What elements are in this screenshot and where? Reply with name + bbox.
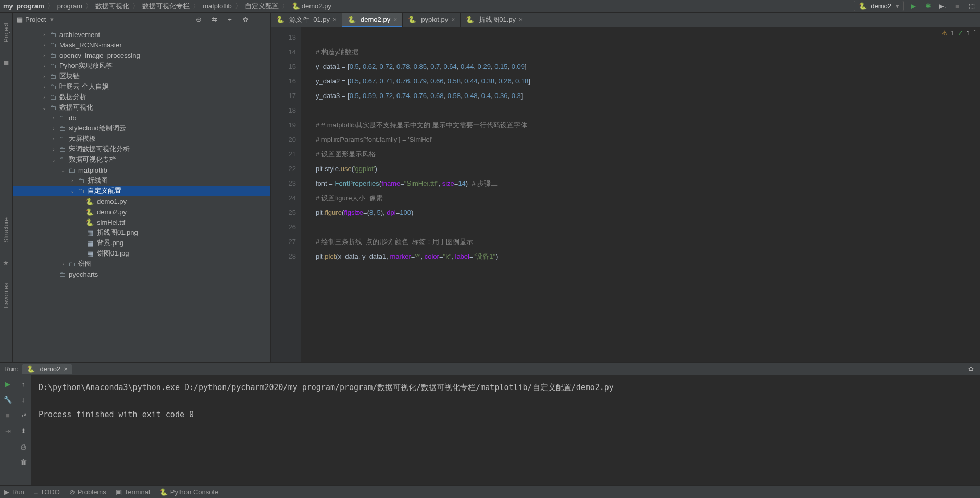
python-icon: 🐍 bbox=[27, 365, 35, 373]
close-icon[interactable]: × bbox=[451, 16, 455, 23]
tree-arrow-icon[interactable]: › bbox=[50, 126, 57, 131]
run-bottom-tab[interactable]: ▶Run bbox=[4, 488, 24, 496]
tree-item[interactable]: ⌄🗀matplotlib bbox=[13, 165, 270, 175]
trash-icon[interactable]: 🗑 bbox=[18, 457, 29, 467]
tree-arrow-icon[interactable]: › bbox=[41, 53, 48, 58]
up-arrow-icon[interactable]: ↑ bbox=[18, 379, 29, 389]
tree-item[interactable]: 🐍demo2.py bbox=[13, 207, 270, 217]
favorites-tool-tab[interactable]: Favorites bbox=[3, 283, 10, 308]
tree-item[interactable]: 🐍simHei.ttf bbox=[13, 217, 270, 227]
structure-icon[interactable]: ≣ bbox=[3, 58, 9, 66]
tree-item[interactable]: ⌄🗀自定义配置 bbox=[13, 186, 270, 196]
tree-item[interactable]: 🗀pyecharts bbox=[13, 269, 270, 280]
print-icon[interactable]: ⎙ bbox=[18, 441, 29, 452]
gear-icon[interactable]: ✿ bbox=[965, 364, 976, 374]
editor-tab[interactable]: 🐍pyplot.py× bbox=[403, 13, 461, 27]
tree-arrow-icon[interactable]: ⌄ bbox=[41, 105, 48, 111]
gear-icon[interactable]: ✿ bbox=[240, 15, 251, 25]
hide-icon[interactable]: — bbox=[256, 15, 266, 25]
tree-arrow-icon[interactable]: ⌄ bbox=[50, 157, 57, 163]
problems-bottom-tab[interactable]: ⊘Problems bbox=[69, 488, 106, 496]
tree-item[interactable]: ›🗀db bbox=[13, 113, 270, 123]
close-icon[interactable]: × bbox=[333, 16, 337, 23]
todo-bottom-tab[interactable]: ≡TODO bbox=[34, 488, 60, 496]
tree-item[interactable]: ⌄🗀数据可视化专栏 bbox=[13, 154, 270, 165]
editor-tab[interactable]: 🐍demo2.py× bbox=[342, 13, 403, 27]
terminal-bottom-tab[interactable]: ▣Terminal bbox=[116, 488, 150, 496]
tree-arrow-icon[interactable]: › bbox=[41, 94, 48, 100]
tree-arrow-icon[interactable]: › bbox=[50, 147, 57, 152]
tree-item[interactable]: ▦饼图01.jpg bbox=[13, 248, 270, 259]
tree-item[interactable]: ›🗀Pyhon实现放风筝 bbox=[13, 60, 270, 71]
chevron-down-icon[interactable] bbox=[48, 16, 54, 23]
favorites-icon[interactable]: ★ bbox=[3, 259, 9, 267]
tree-item[interactable]: ›🗀大屏模板 bbox=[13, 133, 270, 144]
structure-tool-tab[interactable]: Structure bbox=[3, 217, 10, 243]
tree-item[interactable]: ⌄🗀数据可视化 bbox=[13, 102, 270, 113]
tree-arrow-icon[interactable]: › bbox=[59, 261, 67, 267]
search-everywhere-button[interactable]: ⬚ bbox=[966, 1, 977, 11]
editor-tab[interactable]: 🐍折线图01.py× bbox=[461, 13, 528, 27]
tree-arrow-icon[interactable]: › bbox=[41, 42, 48, 48]
tree-arrow-icon[interactable]: › bbox=[41, 63, 48, 69]
tree-item[interactable]: ▦背景.png bbox=[13, 238, 270, 248]
tree-item[interactable]: ›🗀折线图 bbox=[13, 175, 270, 186]
tree-arrow-icon[interactable]: › bbox=[41, 84, 48, 90]
expand-icon[interactable]: ⇆ bbox=[209, 15, 219, 25]
tree-item[interactable]: ›🗀宋词数据可视化分析 bbox=[13, 144, 270, 154]
editor-tab[interactable]: 🐍源文件_01.py× bbox=[271, 13, 342, 27]
tree-arrow-icon[interactable]: ⌄ bbox=[69, 188, 76, 194]
project-tool-tab[interactable]: Project bbox=[3, 23, 10, 42]
close-icon[interactable]: × bbox=[519, 16, 523, 23]
down-arrow-icon[interactable]: ↓ bbox=[18, 394, 29, 405]
breadcrumb-item[interactable]: program bbox=[57, 2, 82, 10]
run-button[interactable]: ▶ bbox=[908, 1, 919, 11]
project-tree[interactable]: ›🗀archievement›🗀Mask_RCNN-master›🗀opencv… bbox=[13, 27, 270, 362]
tree-arrow-icon[interactable]: › bbox=[50, 136, 57, 142]
scroll-icon[interactable]: ⇟ bbox=[18, 426, 29, 436]
run-config-selector[interactable]: 🐍 demo2 bbox=[854, 1, 904, 11]
stop-button[interactable]: ■ bbox=[3, 410, 13, 420]
tree-arrow-icon[interactable]: › bbox=[41, 74, 48, 79]
tree-item[interactable]: ›🗀opencv_image_processing bbox=[13, 50, 270, 60]
stop-button[interactable]: ■ bbox=[952, 1, 962, 11]
tree-arrow-icon[interactable]: › bbox=[41, 32, 48, 38]
tree-arrow-icon[interactable]: › bbox=[69, 178, 76, 184]
folder-icon: 🗀 bbox=[76, 187, 85, 195]
breadcrumb-item[interactable]: my_program bbox=[3, 2, 44, 10]
soft-wrap-icon[interactable]: ⤶ bbox=[18, 410, 29, 420]
tree-item[interactable]: ›🗀叶庭云 个人自娱 bbox=[13, 81, 270, 92]
collapse-icon[interactable]: ÷ bbox=[225, 15, 235, 25]
attach-button[interactable]: ▶. bbox=[937, 1, 948, 11]
tree-item[interactable]: ›🗀饼图 bbox=[13, 259, 270, 269]
tree-item[interactable]: 🐍demo1.py bbox=[13, 196, 270, 207]
run-output[interactable]: D:\python\Anaconda3\python.exe D:/python… bbox=[31, 375, 980, 485]
tree-arrow-icon[interactable]: ⌄ bbox=[59, 167, 67, 173]
breadcrumb-item[interactable]: 数据可视化专栏 bbox=[142, 2, 190, 11]
code-editor[interactable]: 13141516171819202122232425262728 # 构造y轴数… bbox=[271, 27, 980, 362]
debug-button[interactable]: ✱ bbox=[923, 1, 933, 11]
python-console-bottom-tab[interactable]: 🐍Python Console bbox=[159, 488, 218, 496]
tree-arrow-icon[interactable]: › bbox=[50, 115, 57, 121]
exit-icon[interactable]: ⇥ bbox=[3, 426, 13, 436]
close-icon[interactable]: × bbox=[393, 16, 397, 23]
breadcrumb-item[interactable]: 自定义配置 bbox=[245, 2, 279, 11]
tree-item[interactable]: ›🗀stylecloud绘制词云 bbox=[13, 123, 270, 133]
inspection-status[interactable]: ⚠1 ✓1 ˆ bbox=[941, 29, 976, 37]
folder-icon: 🗀 bbox=[48, 72, 57, 80]
locate-icon[interactable]: ⊕ bbox=[193, 15, 204, 25]
close-icon[interactable]: × bbox=[64, 365, 68, 373]
tree-item[interactable]: ›🗀区块链 bbox=[13, 71, 270, 81]
code-content[interactable]: # 构造y轴数据y_data1 = [0.5, 0.62, 0.72, 0.78… bbox=[301, 27, 980, 362]
breadcrumb-item[interactable]: matplotlib bbox=[203, 2, 232, 10]
wrench-icon[interactable]: 🔧 bbox=[3, 394, 13, 405]
tree-item[interactable]: ›🗀数据分析 bbox=[13, 92, 270, 102]
breadcrumb-item[interactable]: 🐍demo2.py bbox=[292, 2, 331, 10]
tree-item[interactable]: ▦折线图01.png bbox=[13, 227, 270, 238]
tree-item[interactable]: ›🗀archievement bbox=[13, 29, 270, 40]
rerun-button[interactable]: ▶ bbox=[3, 379, 13, 389]
run-tab[interactable]: 🐍 demo2 × bbox=[22, 364, 71, 374]
tree-item[interactable]: ›🗀Mask_RCNN-master bbox=[13, 40, 270, 50]
chevron-up-icon[interactable]: ˆ bbox=[974, 29, 976, 37]
breadcrumb-item[interactable]: 数据可视化 bbox=[95, 2, 129, 11]
